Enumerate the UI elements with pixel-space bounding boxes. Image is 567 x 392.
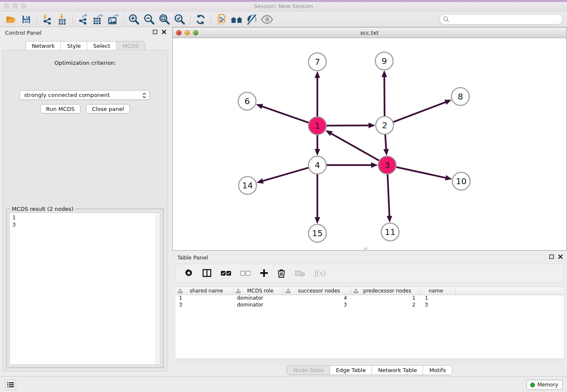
- select-all-icon[interactable]: [221, 271, 231, 276]
- import-table-icon[interactable]: [55, 13, 70, 26]
- run-mcds-button[interactable]: Run MCDS: [40, 104, 80, 113]
- col-name[interactable]: name: [420, 287, 456, 295]
- graph-node-label: 2: [382, 120, 388, 130]
- export-network-icon[interactable]: [75, 13, 91, 26]
- table-settings-icon[interactable]: [184, 269, 193, 277]
- edge-2-8[interactable]: [393, 102, 446, 122]
- table-panel-title: Table Panel: [177, 254, 208, 261]
- tab-mcds[interactable]: MCDS: [116, 41, 145, 50]
- cell-shared-name[interactable]: 1: [176, 295, 234, 302]
- mcds-result-text[interactable]: 1 3: [9, 213, 160, 365]
- fx-label: f(x): [314, 268, 325, 278]
- mcds-result-title: MCDS result (2 nodes): [10, 206, 75, 212]
- cell-successor-nodes[interactable]: 4: [284, 295, 351, 302]
- export-image-icon[interactable]: [106, 13, 121, 26]
- task-history-button[interactable]: [5, 380, 16, 390]
- graph-node-label: 9: [382, 56, 387, 66]
- network-window-title: scc.txt: [173, 30, 566, 36]
- toolbar-separator: [190, 14, 190, 25]
- result-scrollbar[interactable]: [155, 213, 160, 364]
- delete-column-icon[interactable]: [278, 269, 285, 278]
- search-input[interactable]: [449, 15, 562, 24]
- mcds-result-box: MCDS result (2 nodes) 1 3: [6, 209, 163, 368]
- result-line: 3: [12, 221, 160, 228]
- edge-3-1[interactable]: [330, 133, 380, 161]
- zoom-out-icon[interactable]: [142, 13, 157, 26]
- tab-select[interactable]: Select: [87, 41, 116, 50]
- list-icon: [7, 382, 14, 388]
- cell-successor-nodes[interactable]: 3: [284, 302, 351, 309]
- search-field[interactable]: [439, 14, 563, 25]
- open-session-icon[interactable]: [3, 13, 19, 26]
- graph-node-label: 8: [458, 91, 463, 102]
- edge-2-9[interactable]: [384, 76, 385, 117]
- tab-edge-table[interactable]: Edge Table: [330, 366, 372, 375]
- cell-name[interactable]: 1: [420, 295, 456, 302]
- graph-node-label: 10: [456, 176, 466, 186]
- memory-button[interactable]: Memory: [526, 380, 563, 390]
- close-panel-button[interactable]: Close panel: [86, 104, 130, 113]
- cell-predecessor-nodes[interactable]: 1: [351, 295, 420, 302]
- splitter-grip[interactable]: [364, 248, 367, 251]
- table-tabs: Node Table Edge Table Network Table Moti…: [287, 365, 452, 375]
- add-column-icon[interactable]: [260, 269, 268, 277]
- close-panel-icon[interactable]: [558, 254, 563, 259]
- import-network-icon[interactable]: [39, 13, 55, 26]
- optimization-criterion-label: Optimization criterion:: [3, 60, 168, 66]
- tab-network-table[interactable]: Network Table: [372, 366, 423, 375]
- float-panel-icon[interactable]: [549, 254, 554, 259]
- table-scrollbar[interactable]: [176, 359, 564, 364]
- graphics-details-icon[interactable]: [244, 13, 259, 26]
- tab-motifs[interactable]: Motifs: [423, 366, 451, 375]
- first-neighbors-icon[interactable]: [229, 13, 244, 26]
- table-row[interactable]: 1 dominator 4 1 1: [176, 295, 564, 302]
- network-canvas[interactable]: 7968124314101511: [173, 38, 566, 250]
- edge-2-3[interactable]: [385, 134, 386, 150]
- zoom-fit-icon[interactable]: [157, 13, 172, 26]
- tab-node-table[interactable]: Node Table: [287, 366, 330, 375]
- network-window-titlebar[interactable]: × − + scc.txt: [173, 28, 566, 38]
- edge-3-10[interactable]: [396, 167, 446, 178]
- edge-1-2[interactable]: [326, 125, 369, 126]
- refresh-layout-icon[interactable]: [193, 13, 208, 26]
- search-icon: [443, 16, 449, 22]
- hierarchy-icon: [353, 289, 358, 293]
- cell-mcds-role[interactable]: dominator: [234, 302, 284, 309]
- col-predecessor-nodes[interactable]: predecessor nodes: [351, 287, 420, 295]
- toolbar-separator: [124, 14, 124, 25]
- criterion-value: strongly connected component: [24, 92, 110, 98]
- clone-network-icon[interactable]: [214, 13, 229, 26]
- cell-shared-name[interactable]: 3: [176, 302, 234, 309]
- float-panel-icon[interactable]: [153, 30, 157, 34]
- graph-node-label: 14: [242, 180, 253, 190]
- network-window: × − + scc.txt 7968124314101511: [172, 27, 567, 251]
- deselect-all-icon[interactable]: [240, 271, 250, 276]
- save-session-icon[interactable]: [19, 13, 34, 26]
- control-panel-tabs: Network Style Select MCDS: [25, 41, 145, 51]
- edge-1-6[interactable]: [261, 106, 309, 123]
- col-shared-name[interactable]: shared name: [176, 287, 234, 295]
- network-graph[interactable]: 7968124314101511: [173, 38, 566, 250]
- zoom-selected-icon[interactable]: [172, 13, 187, 26]
- criterion-dropdown[interactable]: strongly connected component: [19, 90, 150, 100]
- col-successor-nodes[interactable]: successor nodes: [284, 287, 351, 295]
- edge-3-11[interactable]: [388, 174, 390, 217]
- edge-4-14[interactable]: [262, 168, 309, 181]
- tab-style[interactable]: Style: [61, 41, 87, 50]
- close-panel-icon[interactable]: [162, 30, 166, 34]
- cell-mcds-role[interactable]: dominator: [234, 295, 284, 302]
- tab-network[interactable]: Network: [26, 41, 61, 50]
- zoom-in-icon[interactable]: [127, 13, 142, 26]
- export-table-icon[interactable]: [91, 13, 106, 26]
- cell-predecessor-nodes[interactable]: 2: [351, 302, 420, 309]
- chevron-updown-icon: [142, 92, 146, 99]
- cell-name[interactable]: 3: [420, 302, 456, 309]
- control-panel: Control Panel Network Style Select MCDS …: [0, 27, 171, 376]
- graph-node-label: 7: [315, 57, 320, 67]
- table-row[interactable]: 3 dominator 3 2 3: [176, 302, 564, 309]
- toolbar-separator: [211, 14, 211, 25]
- show-hide-panel-icon[interactable]: [259, 13, 275, 26]
- graph-node-label: 3: [385, 160, 390, 170]
- col-mcds-role[interactable]: MCDS role: [234, 287, 284, 295]
- column-visibility-icon[interactable]: [202, 269, 212, 277]
